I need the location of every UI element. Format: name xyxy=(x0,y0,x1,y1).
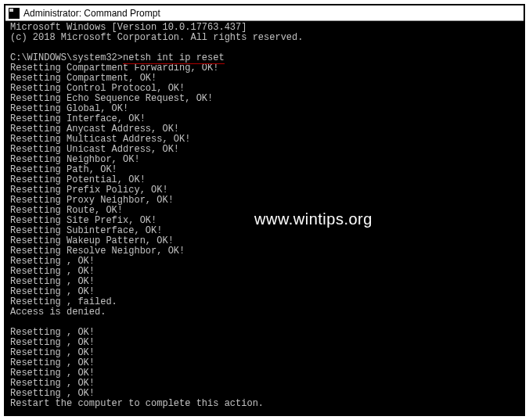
command-input: netsh int ip reset xyxy=(123,53,225,63)
cmd-icon xyxy=(9,8,20,19)
prompt: C:\WINDOWS\system32> xyxy=(10,52,123,63)
window-title: Administrator: Command Prompt xyxy=(23,8,160,19)
header-line-1: Microsoft Windows [Version 10.0.17763.43… xyxy=(10,22,247,33)
title-bar[interactable]: Administrator: Command Prompt xyxy=(5,5,524,21)
header-line-2: (c) 2018 Microsoft Corporation. All righ… xyxy=(10,32,303,43)
terminal-output[interactable]: Microsoft Windows [Version 10.0.17763.43… xyxy=(5,21,524,415)
command-text: netsh int ip reset xyxy=(123,52,225,63)
red-underline xyxy=(123,63,225,64)
output-block: Resetting Compartment Forwarding, OK! Re… xyxy=(10,63,524,409)
command-prompt-window: Administrator: Command Prompt Microsoft … xyxy=(4,4,525,416)
